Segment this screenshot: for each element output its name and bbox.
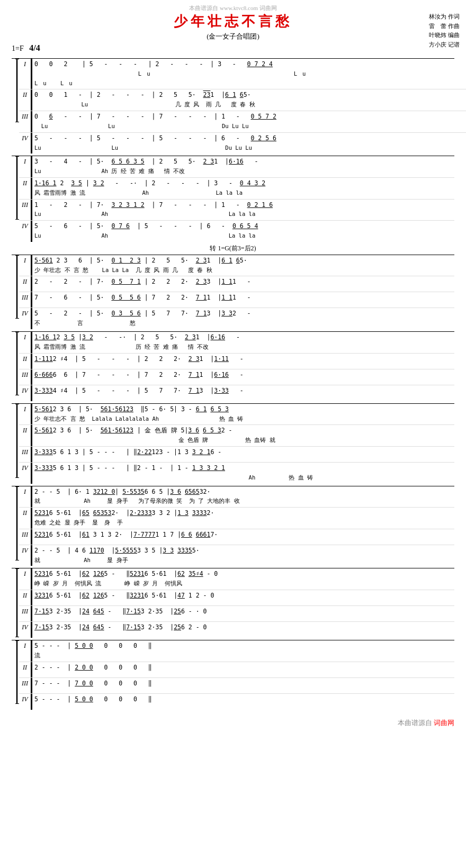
voice-label-I-6: I xyxy=(19,486,31,508)
lyricist-credit: 林汝为 作词 xyxy=(429,12,460,22)
voices-1: I 0 0 2 | 5 - - - | 2 - - - | 3 - 0 7 2 … xyxy=(19,59,466,153)
voice-notes-IV-4: 3·3334 ♯4 | 5 - - - | 5 7 7· 7 13 |3·33 … xyxy=(32,385,454,401)
voice-row-II-6: II 52316 5·61 |65 653532· |2·23333 3 2 |… xyxy=(19,508,454,529)
voices-5: I 5·5612 3 6 | 5· 561·56123 ‖5 - 6· 5| 3… xyxy=(19,404,454,484)
voice-label-III-4: III xyxy=(19,369,31,385)
voice-label-I-8: I xyxy=(19,640,31,662)
voice-notes-I-1: 0 0 2 | 5 - - - | 2 - - - | 3 - 0 7 2 4 … xyxy=(32,59,466,89)
voice-label-III-5: III xyxy=(19,447,31,462)
bracket-8 xyxy=(12,640,19,710)
voices-2: I 3 - 4 - | 5· 6 5 6 3 5 | 2 5 5· 2 31 |… xyxy=(19,156,454,242)
system-5: I 5·5612 3 6 | 5· 561·56123 ‖5 - 6· 5| 3… xyxy=(12,403,454,484)
voice-notes-I-5: 5·5612 3 6 | 5· 561·56123 ‖5 - 6· 5| 3 -… xyxy=(32,404,454,425)
voice-label-II-1: II xyxy=(19,89,31,111)
bracket-svg-3 xyxy=(12,255,19,319)
voice-notes-I-7: 52316 5·61 |62 1265 - ‖52316 5·61 |62 35… xyxy=(32,568,454,590)
voice-row-II-1: II 0 0 1 - | 2 - - - | 2 5 5· 231 |6 1 6… xyxy=(19,89,466,111)
voice-row-IV-8: IV 5 - - - | 5 0 0 0 0 0 ‖ xyxy=(19,694,454,710)
bracket-svg-8 xyxy=(12,640,19,704)
voice-notes-III-2: 1 - 2 - | 7· 3 2 3 1 2 | 7 - - - | 1 - 0… xyxy=(32,200,454,221)
system-1: I 0 0 2 | 5 - - - | 2 - - - | 3 - 0 7 2 … xyxy=(12,58,454,153)
voice-notes-II-5: 5·5612 3 6 | 5· 561·56123 | 金 色盾 牌 5|3 6… xyxy=(32,425,454,446)
voice-notes-III-5: 3·3335 6 1 3 | 5 - - - | ‖2·22123 - |1 3… xyxy=(32,447,454,462)
voice-row-II-3: II 2 - 2 - | 7· 0 5 7 1 | 2 2 2· 2 33 |1… xyxy=(19,276,454,292)
watermark-site-text: 本曲谱源自 xyxy=(398,718,432,728)
bracket-svg-1 xyxy=(12,59,19,122)
voice-row-IV-7: IV 7·153 2·35 |24 645 - ‖7·153 2·35 |256… xyxy=(19,622,454,638)
voices-4: I 1·16 12 3 5 |3 2 - -· | 2 5 5· 2 31 |6… xyxy=(19,332,454,401)
voice-row-IV-4: IV 3·3334 ♯4 | 5 - - - | 5 7 7· 7 13 |3·… xyxy=(19,385,454,401)
voice-label-IV-2: IV xyxy=(19,221,31,242)
voice-label-I-1: I xyxy=(19,59,31,89)
voice-notes-II-1: 0 0 1 - | 2 - - - | 2 5 5· 231 |6 1 65· … xyxy=(32,89,466,111)
voice-row-III-2: III 1 - 2 - | 7· 3 2 3 1 2 | 7 - - - | 1… xyxy=(19,200,454,221)
composer-credit: 雷 蕾 作曲 xyxy=(429,22,460,31)
voice-label-III-7: III xyxy=(19,606,31,621)
watermark-site-red-text: 词曲网 xyxy=(434,718,454,728)
watermark-bottom: 本曲谱源自 词曲网 xyxy=(6,718,460,728)
voice-row-IV-3: IV 5 - 2 - | 5· 0 3 5 6 | 5 7 7· 7 13 |3… xyxy=(19,308,454,329)
voice-row-IV-5: IV 3·3335 6 1 3 | 5 - - - | ‖2 - 1 - | 1… xyxy=(19,463,454,484)
voice-label-II-3: II xyxy=(19,276,31,292)
subtitle: (金一女子合唱团) xyxy=(6,32,460,41)
bracket-svg-6 xyxy=(12,486,19,560)
bracket-svg-2 xyxy=(12,156,19,220)
voice-row-II-2: II 1·16 1 2 3 5 | 3 2 - -· | 2 - - - | 3… xyxy=(19,178,454,200)
voice-label-I-4: I xyxy=(19,332,31,353)
voice-label-II-5: II xyxy=(19,425,31,446)
system-6: I 2 - - 5 | 6· 1 3212 0| 5·55356 6 5 |3 … xyxy=(12,486,454,566)
transcriber-credit: 方小庆 记谱 xyxy=(429,40,460,50)
voice-row-III-4: III 6·6666 6 | 7 - - - | 7 2 2· 7 11 |6·… xyxy=(19,369,454,385)
voice-label-IV-5: IV xyxy=(19,463,31,484)
voice-notes-IV-1: 5 - - - | 5 - - - | 5 - - - | 6 - 0 2 5 … xyxy=(32,133,466,154)
voice-label-III-3: III xyxy=(19,292,31,308)
voices-6: I 2 - - 5 | 6· 1 3212 0| 5·55356 6 5 |3 … xyxy=(19,486,454,566)
voice-label-II-2: II xyxy=(19,178,31,199)
voice-notes-III-3: 7 - 6 - | 5· 0 5 5 6 | 7 2 2· 7 11 |1 11… xyxy=(32,292,454,308)
bracket-svg-5 xyxy=(12,404,19,478)
voices-7: I 52316 5·61 |62 1265 - ‖52316 5·61 |62 … xyxy=(19,568,454,638)
voice-row-II-5: II 5·5612 3 6 | 5· 561·56123 | 金 色盾 牌 5|… xyxy=(19,425,454,447)
voice-label-II-4: II xyxy=(19,354,31,369)
voice-row-I-2: I 3 - 4 - | 5· 6 5 6 3 5 | 2 5 5· 2 31 |… xyxy=(19,156,454,178)
voice-row-I-3: I 5·561 2 3 6 | 5· 0 1 2 3 | 2 5 5· 2 31… xyxy=(19,255,454,277)
voice-label-III-8: III xyxy=(19,678,31,693)
system-4: I 1·16 12 3 5 |3 2 - -· | 2 5 5· 2 31 |6… xyxy=(12,331,454,401)
section-label-text: 转 1=G(前3=后2) xyxy=(210,245,256,252)
voice-row-II-4: II 1·1112 ♯4 | 5 - - - | 2 2 2· 2 31 |1·… xyxy=(19,354,454,369)
voice-notes-II-6: 52316 5·61 |65 653532· |2·23333 3 2 |1 3… xyxy=(32,508,454,529)
voice-label-III-2: III xyxy=(19,200,31,221)
voice-row-I-5: I 5·5612 3 6 | 5· 561·56123 ‖5 - 6· 5| 3… xyxy=(19,404,454,426)
voice-notes-IV-3: 5 - 2 - | 5· 0 3 5 6 | 5 7 7· 7 13 |3 32… xyxy=(32,308,454,329)
section-divider-G: 转 1=G(前3=后2) xyxy=(12,244,454,253)
voice-notes-I-3: 5·561 2 3 6 | 5· 0 1 2 3 | 2 5 5· 2 31 |… xyxy=(32,255,454,276)
voice-notes-II-2: 1·16 1 2 3 5 | 3 2 - -· | 2 - - - | 3 - … xyxy=(32,178,454,199)
voice-label-IV-3: IV xyxy=(19,308,31,329)
key-text: 1=F xyxy=(12,44,24,52)
voice-row-III-8: III 7 - - - | 7 0 0 0 0 0 ‖ xyxy=(19,678,454,694)
voice-notes-I-2: 3 - 4 - | 5· 6 5 6 3 5 | 2 5 5· 2 31 |6·… xyxy=(32,156,454,177)
voice-label-I-2: I xyxy=(19,156,31,177)
bracket-7 xyxy=(12,568,19,638)
voice-notes-I-6: 2 - - 5 | 6· 1 3212 0| 5·55356 6 5 |3 6 … xyxy=(32,486,454,508)
system-8: I 5 - - - | 5 0 0 0 0 0 ‖ 流 II 2 - - - |… xyxy=(12,640,454,710)
bracket-5 xyxy=(12,404,19,484)
voices-3: I 5·561 2 3 6 | 5· 0 1 2 3 | 2 5 5· 2 31… xyxy=(19,255,454,329)
voice-row-II-8: II 2 - - - | 2 0 0 0 0 0 ‖ xyxy=(19,662,454,678)
voice-notes-III-4: 6·6666 6 | 7 - - - | 7 2 2· 7 11 |6·16 - xyxy=(32,369,454,385)
voice-label-III-6: III xyxy=(19,529,31,545)
voice-label-IV-7: IV xyxy=(19,622,31,638)
voice-row-I-4: I 1·16 12 3 5 |3 2 - -· | 2 5 5· 2 31 |6… xyxy=(19,332,454,354)
bracket-1 xyxy=(12,59,19,153)
main-title: 少年壮志不言愁 xyxy=(6,12,460,31)
watermark-top: 本曲谱源自 www.ktvc8.com 词曲网 xyxy=(6,4,460,12)
voice-notes-III-8: 7 - - - | 7 0 0 0 0 0 ‖ xyxy=(32,678,454,693)
music-score: I 0 0 2 | 5 - - - | 2 - - - | 3 - 0 7 2 … xyxy=(6,56,460,714)
voice-label-II-8: II xyxy=(19,662,31,677)
key-info: 1=F 4/4 xyxy=(6,43,460,53)
watermark-top-text: 本曲谱源自 www.ktvc8.com 词曲网 xyxy=(189,5,277,11)
voice-notes-IV-8: 5 - - - | 5 0 0 0 0 0 ‖ xyxy=(32,694,454,710)
voice-label-IV-6: IV xyxy=(19,545,31,566)
voice-row-IV-2: IV 5 - 6 - | 5· 0 7 6 | 5 - - - | 6 - 0 … xyxy=(19,221,454,242)
system-7: I 52316 5·61 |62 1265 - ‖52316 5·61 |62 … xyxy=(12,568,454,638)
